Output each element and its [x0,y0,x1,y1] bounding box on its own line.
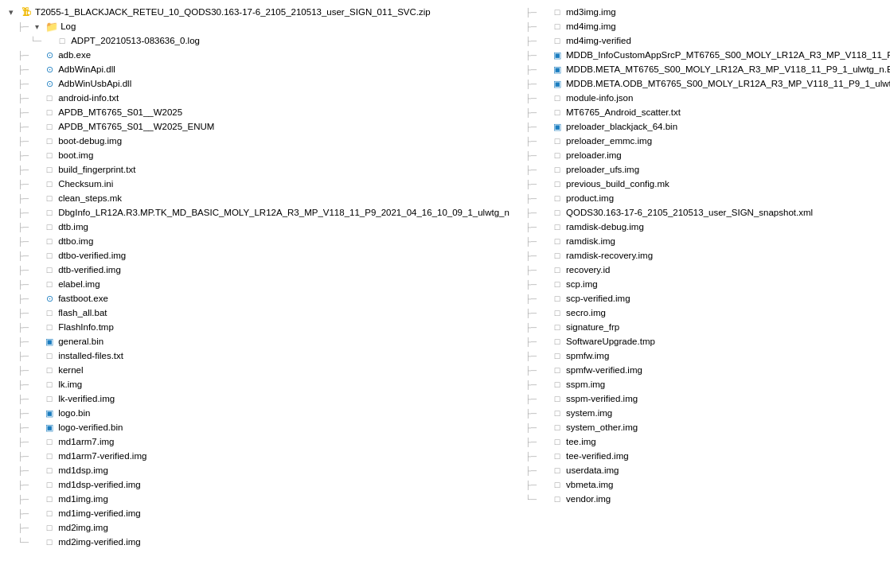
list-item[interactable]: ├─□APDB_MT6765_S01__W2025_ENUM [3,119,511,134]
list-item[interactable]: ├─□spmfw-verified.img [524,363,890,377]
item-label: ramdisk-debug.img [566,222,644,232]
item-label: boot-debug.img [58,136,122,146]
list-item[interactable]: ├─□scp.img [524,277,890,291]
item-label: md1img.img [58,494,108,504]
file-icon: □ [551,263,564,276]
list-item[interactable]: ├─□md1dsp.img [3,463,511,477]
connector: ├─ [18,423,29,432]
list-item[interactable]: ├─□APDB_MT6765_S01__W2025 [3,105,511,119]
list-item[interactable]: ├─□kernel [3,363,511,377]
item-label: md1arm7-verified.img [58,451,146,461]
list-item[interactable]: ├─□spmfw.img [524,349,890,363]
list-item[interactable]: ├─□userdata.img [524,463,890,477]
list-item[interactable]: ├─▣general.bin [3,334,511,349]
list-item[interactable]: ├─□preloader_ufs.img [524,162,890,177]
item-label: android-info.txt [58,93,119,103]
list-item[interactable]: ├─□Checksum.ini [3,177,511,191]
connector: ├─ [18,137,29,146]
list-item[interactable]: ├─□preloader.img [524,148,890,162]
list-item[interactable]: ├─□vbmeta.img [524,477,890,492]
list-item[interactable]: ├─□elabel.img [3,277,511,291]
list-item[interactable]: ├─□secro.img [524,306,890,320]
list-item[interactable]: ├─□installed-files.txt [3,349,511,363]
list-item[interactable]: ├─□system.img [524,406,890,420]
list-item[interactable]: ├─⊙AdbWinApi.dll [3,62,511,76]
list-item[interactable]: ├─□boot-debug.img [3,134,511,148]
connector: ├─ [525,251,537,260]
connector: ├─ [18,194,29,203]
list-item[interactable]: ├─□md4img.img [524,19,890,33]
list-item[interactable]: ├─□DbgInfo_LR12A.R3.MP.TK_MD_BASIC_MOLY_… [3,205,511,220]
list-item[interactable]: ├─□dtb-verified.img [3,263,511,277]
list-item[interactable]: ├─▣MDDB.META_MT6765_S00_MOLY_LR12A_R3_MP… [524,62,890,76]
list-item[interactable]: ├─□boot.img [3,148,511,162]
item-label: clean_steps.mk [58,193,122,203]
item-label: boot.img [58,150,93,160]
list-item[interactable]: ├─□SoftwareUpgrade.tmp [524,334,890,349]
list-item[interactable]: ├─□md1arm7.img [3,434,511,449]
connector: └─ [525,495,537,504]
list-item[interactable]: ├─□preloader_emmc.img [524,134,890,148]
list-item[interactable]: ├─□system_other.img [524,420,890,434]
list-item[interactable]: ├─▣MDDB.META.ODB_MT6765_S00_MOLY_LR12A_R… [524,76,890,91]
list-item[interactable]: ├─▣MDDB_InfoCustomAppSrcP_MT6765_S00_MOL… [524,48,890,62]
connector: ├─ [18,123,29,131]
list-item[interactable]: ├─□lk.img [3,377,511,391]
list-item[interactable]: ├─□md1img.img [3,492,511,506]
list-item[interactable]: ├─□lk-verified.img [3,391,511,406]
img-icon: □ [43,392,56,405]
list-item[interactable]: ├─□previous_build_config.mk [524,177,890,191]
list-item[interactable]: ├─□dtb.img [3,220,511,234]
list-item[interactable]: ├─□md1arm7-verified.img [3,449,511,463]
list-item[interactable]: ├─▣logo.bin [3,406,511,420]
item-label: md4img-verified [566,36,631,45]
list-item[interactable]: ├─□MT6765_Android_scatter.txt [524,105,890,119]
list-item[interactable]: ├─□dtbo.img [3,234,511,248]
list-item[interactable]: ├─□signature_frp [524,320,890,334]
list-item[interactable]: ├─□dtbo-verified.img [3,248,511,263]
connector: ├─ [18,251,29,260]
connector: ├─ [18,22,29,31]
list-item[interactable]: ├─□tee.img [524,434,890,449]
list-item[interactable]: └─□ADPT_20210513-083636_0.log [3,33,511,48]
list-item[interactable]: ├─□md4img-verified [524,33,890,48]
list-item[interactable]: ├─□tee-verified.img [524,449,890,463]
item-label: system_other.img [566,423,638,432]
img-icon: □ [43,535,56,548]
list-item[interactable]: ├─□product.img [524,191,890,205]
connector: ├─ [525,51,537,60]
list-item[interactable]: ├─□module-info.json [524,91,890,105]
list-item[interactable]: ├─□sspm.img [524,377,890,391]
list-item[interactable]: ├─▾📁Log [3,19,511,33]
list-item[interactable]: ├─□scp-verified.img [524,291,890,306]
list-item[interactable]: ├─□md2img.img [3,520,511,535]
connector: ├─ [18,323,29,332]
item-label: md1img-verified.img [58,508,141,518]
list-item[interactable]: ├─□md1dsp-verified.img [3,477,511,492]
connector: ├─ [525,452,537,461]
list-item[interactable]: ├─□ramdisk-recovery.img [524,248,890,263]
list-item[interactable]: ├─▣logo-verified.bin [3,420,511,434]
list-item[interactable]: ├─□sspm-verified.img [524,391,890,406]
list-item[interactable]: ├─□md3img.img [524,5,890,19]
list-item[interactable]: ├─▣preloader_blackjack_64.bin [524,119,890,134]
list-item[interactable]: ├─⊙AdbWinUsbApi.dll [3,76,511,91]
list-item[interactable]: ├─□md1img-verified.img [3,506,511,520]
list-item[interactable]: ├─□android-info.txt [3,91,511,105]
list-item[interactable]: ├─□recovery.id [524,263,890,277]
list-item[interactable]: ├─□flash_all.bat [3,306,511,320]
list-item[interactable]: ├─□clean_steps.mk [3,191,511,205]
list-item[interactable]: └─□md2img-verified.img [3,535,511,549]
list-item[interactable]: ├─□FlashInfo.tmp [3,320,511,334]
list-item[interactable]: ├─⊙adb.exe [3,48,511,62]
list-item[interactable]: ▾🗜T2055-1_BLACKJACK_RETEU_10_QODS30.163-… [3,5,511,19]
connector: ├─ [525,280,537,289]
connector: ├─ [525,481,537,489]
json-icon: □ [551,92,564,104]
list-item[interactable]: ├─□QODS30.163-17-6_2105_210513_user_SIGN… [524,205,890,220]
list-item[interactable]: ├─□build_fingerprint.txt [3,162,511,177]
list-item[interactable]: └─□vendor.img [524,492,890,506]
list-item[interactable]: ├─⊙fastboot.exe [3,291,511,306]
list-item[interactable]: ├─□ramdisk.img [524,234,890,248]
list-item[interactable]: ├─□ramdisk-debug.img [524,220,890,234]
